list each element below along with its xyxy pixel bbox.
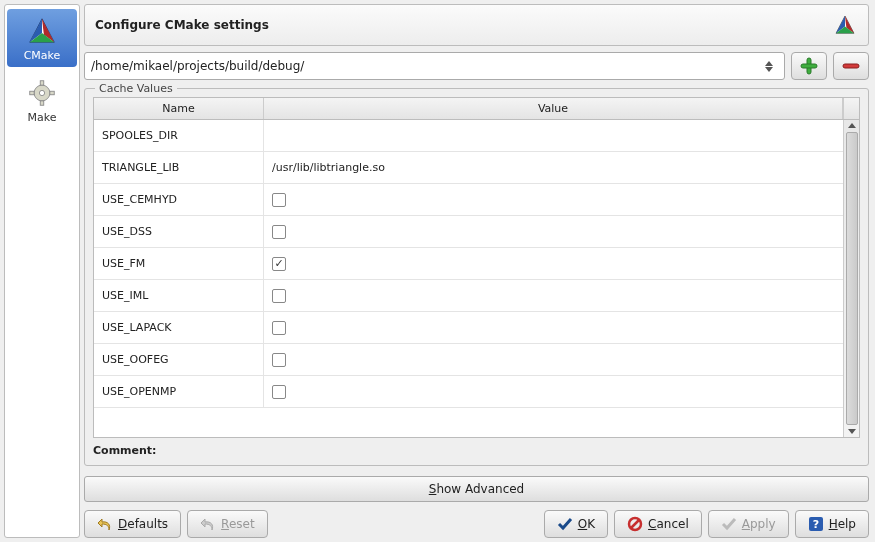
checkbox[interactable]	[272, 193, 286, 207]
scroll-up-icon[interactable]	[848, 123, 856, 128]
sidebar-item-label: CMake	[24, 49, 61, 62]
comment-label: Comment:	[93, 444, 860, 457]
table-row[interactable]: USE_FM	[94, 248, 843, 280]
defaults-button[interactable]: Defaults	[84, 510, 181, 538]
help-icon: ?	[808, 516, 824, 532]
cache-var-name: USE_DSS	[94, 216, 264, 247]
cache-var-name: USE_FM	[94, 248, 264, 279]
cmake-logo-icon	[832, 12, 858, 38]
check-icon	[721, 516, 737, 532]
table-row[interactable]: USE_CEMHYD	[94, 184, 843, 216]
table-row[interactable]: USE_LAPACK	[94, 312, 843, 344]
table-body: SPOOLES_DIRTRIANGLE_LIB/usr/lib/libtrian…	[94, 120, 843, 437]
svg-rect-7	[40, 100, 44, 104]
cache-var-name: USE_IML	[94, 280, 264, 311]
scroll-thumb[interactable]	[846, 132, 858, 425]
sidebar-item-make[interactable]: Make	[7, 71, 77, 129]
svg-rect-6	[40, 80, 44, 84]
table-row[interactable]: TRIANGLE_LIB/usr/lib/libtriangle.so	[94, 152, 843, 184]
ok-button[interactable]: OK	[544, 510, 608, 538]
scroll-down-icon[interactable]	[848, 429, 856, 434]
sidebar-item-cmake[interactable]: CMake	[7, 9, 77, 67]
cache-var-value[interactable]	[264, 120, 843, 151]
sidebar: CMake Make	[4, 4, 80, 538]
table-row[interactable]: USE_DSS	[94, 216, 843, 248]
cache-var-name: TRIANGLE_LIB	[94, 152, 264, 183]
build-path-text: /home/mikael/projects/build/debug/	[91, 59, 760, 73]
build-path-row: /home/mikael/projects/build/debug/	[84, 52, 869, 80]
cmake-icon	[26, 15, 58, 47]
checkbox[interactable]	[272, 257, 286, 271]
svg-line-18	[631, 520, 639, 528]
table-header: Name Value	[94, 98, 859, 120]
cache-var-name: USE_OOFEG	[94, 344, 264, 375]
cancel-icon	[627, 516, 643, 532]
table-row[interactable]: SPOOLES_DIR	[94, 120, 843, 152]
svg-rect-15	[801, 64, 817, 68]
cache-table: Name Value SPOOLES_DIRTRIANGLE_LIB/usr/l…	[93, 97, 860, 438]
scrollbar[interactable]	[843, 120, 859, 437]
svg-rect-8	[30, 91, 34, 95]
cache-values-group: Cache Values Name Value SPOOLES_DIRTRIAN…	[84, 88, 869, 466]
add-button[interactable]	[791, 52, 827, 80]
header: Configure CMake settings	[84, 4, 869, 46]
gear-icon	[26, 77, 58, 109]
cache-var-value[interactable]	[264, 312, 843, 343]
cache-var-value[interactable]	[264, 376, 843, 407]
cache-var-value[interactable]	[264, 280, 843, 311]
cache-var-value[interactable]: /usr/lib/libtriangle.so	[264, 152, 843, 183]
footer: Defaults Reset OK Cancel	[84, 510, 869, 538]
svg-rect-16	[843, 64, 859, 68]
remove-button[interactable]	[833, 52, 869, 80]
check-icon	[557, 516, 573, 532]
minus-icon	[841, 56, 861, 76]
show-advanced-button[interactable]: Show Advanced	[84, 476, 869, 502]
svg-point-5	[39, 90, 44, 95]
reset-button[interactable]: Reset	[187, 510, 268, 538]
cache-var-value[interactable]	[264, 248, 843, 279]
cache-values-legend: Cache Values	[95, 82, 177, 95]
checkbox[interactable]	[272, 289, 286, 303]
svg-text:?: ?	[812, 518, 818, 531]
cache-var-value[interactable]	[264, 216, 843, 247]
column-header-value[interactable]: Value	[264, 98, 843, 119]
undo-icon	[97, 516, 113, 532]
build-path-combo[interactable]: /home/mikael/projects/build/debug/	[84, 52, 785, 80]
cache-var-value[interactable]	[264, 184, 843, 215]
apply-button[interactable]: Apply	[708, 510, 789, 538]
column-header-name[interactable]: Name	[94, 98, 264, 119]
cache-var-name: USE_LAPACK	[94, 312, 264, 343]
cache-var-name: USE_CEMHYD	[94, 184, 264, 215]
reset-icon	[200, 516, 216, 532]
checkbox[interactable]	[272, 353, 286, 367]
table-row[interactable]: USE_OOFEG	[94, 344, 843, 376]
sidebar-item-label: Make	[28, 111, 57, 124]
plus-icon	[799, 56, 819, 76]
table-row[interactable]: USE_IML	[94, 280, 843, 312]
spinner-icon[interactable]	[760, 61, 778, 72]
svg-rect-9	[50, 91, 54, 95]
cancel-button[interactable]: Cancel	[614, 510, 702, 538]
checkbox[interactable]	[272, 385, 286, 399]
help-button[interactable]: ? Help	[795, 510, 869, 538]
table-row[interactable]: USE_OPENMP	[94, 376, 843, 408]
cache-var-name: USE_OPENMP	[94, 376, 264, 407]
checkbox[interactable]	[272, 225, 286, 239]
page-title: Configure CMake settings	[95, 18, 269, 32]
checkbox[interactable]	[272, 321, 286, 335]
cache-var-value[interactable]	[264, 344, 843, 375]
cache-var-name: SPOOLES_DIR	[94, 120, 264, 151]
